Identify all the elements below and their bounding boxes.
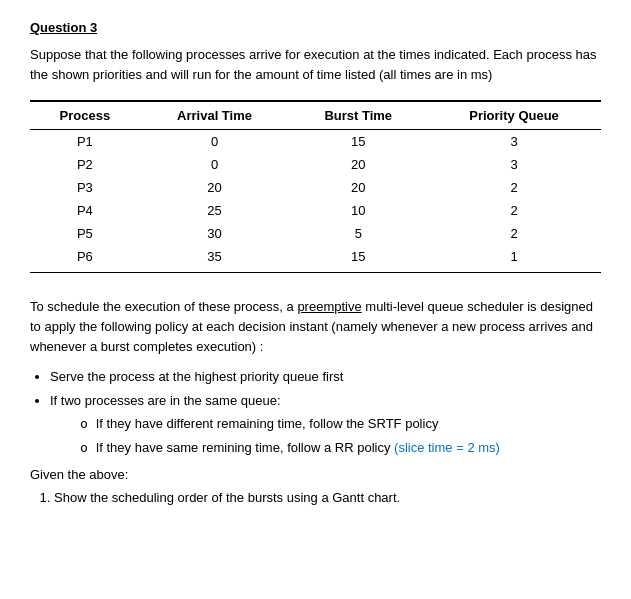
preemptive-label: preemptive <box>297 299 361 314</box>
table-row: P635151 <box>30 245 601 273</box>
bullet-1: Serve the process at the highest priorit… <box>50 367 601 387</box>
table-row: P20203 <box>30 153 601 176</box>
table-cell: 35 <box>140 245 290 273</box>
col-header-priority: Priority Queue <box>427 101 601 130</box>
table-cell: 20 <box>289 153 427 176</box>
table-cell: 2 <box>427 176 601 199</box>
sub-bullet-1: If they have different remaining time, f… <box>80 414 601 434</box>
table-cell: 5 <box>289 222 427 245</box>
table-cell: 0 <box>140 130 290 154</box>
table-cell: 15 <box>289 245 427 273</box>
body-text: To schedule the execution of these proce… <box>30 297 601 357</box>
table-cell: 10 <box>289 199 427 222</box>
table-cell: 2 <box>427 222 601 245</box>
highlight-text: (slice time = 2 ms) <box>394 440 500 455</box>
table-cell: P5 <box>30 222 140 245</box>
table-cell: 3 <box>427 153 601 176</box>
table-cell: P2 <box>30 153 140 176</box>
numbered-list: Show the scheduling order of the bursts … <box>54 488 601 508</box>
table-cell: 1 <box>427 245 601 273</box>
table-cell: 25 <box>140 199 290 222</box>
table-cell: P3 <box>30 176 140 199</box>
table-row: P53052 <box>30 222 601 245</box>
sub-bullet-2: If they have same remining time, follow … <box>80 438 601 458</box>
table-cell: 20 <box>289 176 427 199</box>
numbered-item-1: Show the scheduling order of the bursts … <box>54 488 601 508</box>
given-label: Given the above: <box>30 467 601 482</box>
bullet-list: Serve the process at the highest priorit… <box>50 367 601 457</box>
col-header-process: Process <box>30 101 140 130</box>
table-row: P320202 <box>30 176 601 199</box>
table-cell: 15 <box>289 130 427 154</box>
table-cell: 0 <box>140 153 290 176</box>
table-cell: P6 <box>30 245 140 273</box>
bullet-2: If two processes are in the same queue: … <box>50 391 601 458</box>
table-cell: 20 <box>140 176 290 199</box>
question-title: Question 3 <box>30 20 601 35</box>
sub-bullet-list: If they have different remaining time, f… <box>80 414 601 457</box>
table-cell: 30 <box>140 222 290 245</box>
col-header-arrival: Arrival Time <box>140 101 290 130</box>
intro-text: Suppose that the following processes arr… <box>30 45 601 84</box>
table-cell: P1 <box>30 130 140 154</box>
table-cell: P4 <box>30 199 140 222</box>
table-cell: 3 <box>427 130 601 154</box>
table-row: P10153 <box>30 130 601 154</box>
table-cell: 2 <box>427 199 601 222</box>
process-table: Process Arrival Time Burst Time Priority… <box>30 100 601 281</box>
col-header-burst: Burst Time <box>289 101 427 130</box>
table-row: P425102 <box>30 199 601 222</box>
